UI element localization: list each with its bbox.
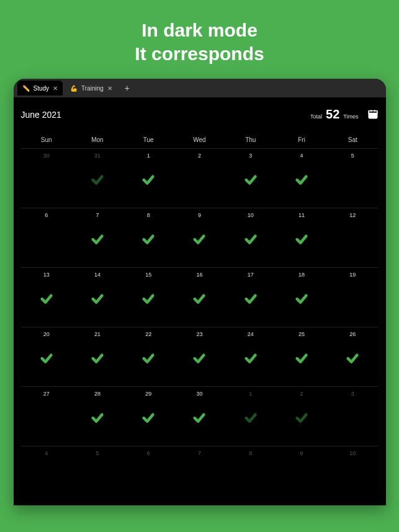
day-cell[interactable]: 17 xyxy=(225,267,276,327)
total-unit: Times xyxy=(343,113,358,120)
day-cell[interactable]: 10 xyxy=(327,446,378,505)
day-cell[interactable]: 3 xyxy=(327,386,378,446)
tab-label: Training xyxy=(81,85,104,92)
close-icon[interactable]: ✕ xyxy=(53,85,58,92)
day-cell[interactable]: 29 xyxy=(123,386,174,446)
day-number: 8 xyxy=(147,212,150,218)
weekday-header: Sat xyxy=(327,133,378,148)
day-cell[interactable]: 5 xyxy=(72,446,123,505)
tab-study[interactable]: ✏️Study✕ xyxy=(17,81,63,95)
day-cell[interactable]: 4 xyxy=(21,446,72,505)
day-number: 18 xyxy=(298,272,305,278)
day-cell[interactable]: 5 xyxy=(327,148,378,208)
tab-training[interactable]: 💪Training✕ xyxy=(65,81,117,95)
day-cell[interactable]: 31 xyxy=(72,148,123,208)
month-title: June 2021 xyxy=(21,110,61,120)
weekday-header: Sun xyxy=(21,133,72,148)
day-cell[interactable]: 21 xyxy=(72,327,123,386)
weekday-header: Wed xyxy=(174,133,225,148)
day-cell[interactable]: 3 xyxy=(225,148,276,208)
day-number: 2 xyxy=(198,153,201,159)
total-value: 52 xyxy=(326,107,339,122)
check-icon xyxy=(192,292,206,306)
close-icon[interactable]: ✕ xyxy=(107,85,112,92)
day-cell[interactable]: 6 xyxy=(21,208,72,267)
day-number: 31 xyxy=(94,153,101,159)
check-icon xyxy=(141,233,155,246)
day-cell[interactable]: 7 xyxy=(72,208,123,267)
week-row: 303112345 xyxy=(21,148,379,208)
day-number: 30 xyxy=(43,153,50,159)
day-number: 30 xyxy=(196,391,202,397)
check-icon xyxy=(295,173,308,187)
day-cell[interactable]: 30 xyxy=(174,386,225,446)
day-cell[interactable]: 9 xyxy=(174,208,225,267)
day-number: 5 xyxy=(96,450,99,456)
day-cell[interactable]: 15 xyxy=(123,267,174,327)
app-window: ✏️Study✕💪Training✕ + June 2021 Total 52 … xyxy=(14,79,386,505)
day-number: 29 xyxy=(145,391,151,397)
check-icon xyxy=(91,233,104,246)
check-icon xyxy=(40,352,53,365)
check-icon xyxy=(91,411,104,425)
day-cell[interactable]: 13 xyxy=(21,267,72,327)
day-cell[interactable]: 14 xyxy=(72,267,123,327)
day-cell[interactable]: 7 xyxy=(174,446,225,505)
headline-line-2: It corresponds xyxy=(0,42,399,66)
day-cell[interactable]: 10 xyxy=(225,208,276,267)
check-icon xyxy=(295,352,308,365)
day-cell[interactable]: 20 xyxy=(21,327,72,386)
day-cell[interactable]: 25 xyxy=(276,327,327,386)
day-number: 12 xyxy=(349,212,356,218)
weekday-header: Fri xyxy=(276,133,327,148)
day-cell[interactable]: 8 xyxy=(123,208,174,267)
day-number: 22 xyxy=(145,331,151,337)
week-row: 6789101112 xyxy=(21,208,379,267)
day-number: 21 xyxy=(94,331,101,337)
add-tab-button[interactable]: + xyxy=(120,83,135,93)
day-cell[interactable]: 2 xyxy=(174,148,225,208)
day-cell[interactable]: 1 xyxy=(123,148,174,208)
week-row: 45678910 xyxy=(21,446,379,505)
day-number: 2 xyxy=(300,391,303,397)
day-cell[interactable]: 1 xyxy=(225,386,276,446)
day-number: 25 xyxy=(298,331,305,337)
weekday-header-row: SunMonTueWedThuFriSat xyxy=(21,133,379,148)
day-cell[interactable]: 19 xyxy=(327,267,378,327)
check-icon xyxy=(91,173,104,187)
day-cell[interactable]: 2 xyxy=(276,386,327,446)
day-cell[interactable]: 26 xyxy=(327,327,378,386)
day-number: 10 xyxy=(248,212,254,218)
day-cell[interactable]: 12 xyxy=(327,208,378,267)
day-cell[interactable]: 22 xyxy=(123,327,174,386)
check-icon xyxy=(295,233,308,246)
day-cell[interactable]: 24 xyxy=(225,327,276,386)
check-icon xyxy=(244,352,258,365)
total-label: Total xyxy=(310,113,322,120)
day-cell[interactable]: 16 xyxy=(174,267,225,327)
day-number: 13 xyxy=(43,272,50,278)
week-row: 13141516171819 xyxy=(21,267,379,327)
day-cell[interactable]: 18 xyxy=(276,267,327,327)
day-number: 6 xyxy=(45,212,48,218)
day-number: 19 xyxy=(349,272,356,278)
weekday-header: Mon xyxy=(72,133,123,148)
day-cell[interactable]: 11 xyxy=(276,208,327,267)
check-icon xyxy=(295,411,308,425)
tab-label: Study xyxy=(34,85,50,92)
total-summary: Total 52 Times xyxy=(310,107,378,122)
day-cell[interactable]: 27 xyxy=(21,386,72,446)
calendar-icon[interactable] xyxy=(367,109,379,120)
day-cell[interactable]: 28 xyxy=(72,386,123,446)
day-cell[interactable]: 23 xyxy=(174,327,225,386)
check-icon xyxy=(141,173,155,187)
day-number: 1 xyxy=(249,391,252,397)
day-cell[interactable]: 9 xyxy=(276,446,327,505)
day-cell[interactable]: 4 xyxy=(276,148,327,208)
day-cell[interactable]: 8 xyxy=(225,446,276,505)
svg-rect-1 xyxy=(369,111,377,113)
day-number: 4 xyxy=(45,450,48,456)
day-cell[interactable]: 6 xyxy=(123,446,174,505)
promo-headline: In dark mode It corresponds xyxy=(0,0,399,79)
day-cell[interactable]: 30 xyxy=(21,148,72,208)
